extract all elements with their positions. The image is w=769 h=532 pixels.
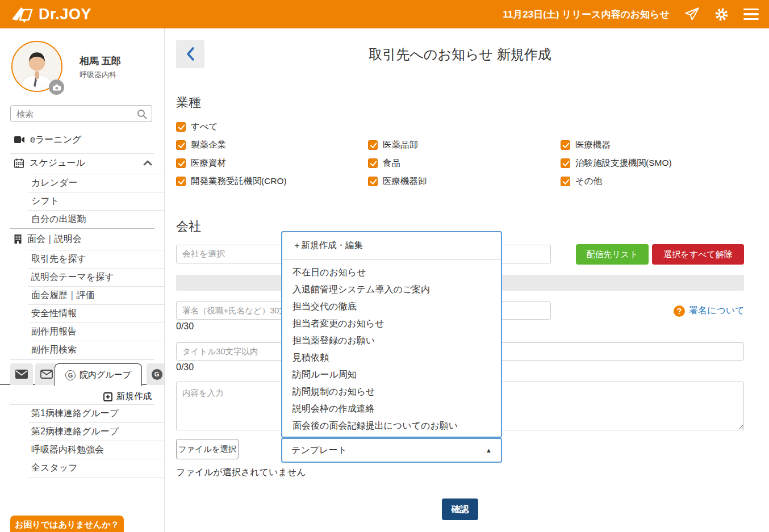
checkbox-checked-icon: [561, 158, 570, 168]
camera-icon[interactable]: [49, 79, 64, 95]
tab-mail-filled[interactable]: [10, 363, 33, 385]
group-label: 全スタッフ: [31, 462, 78, 474]
template-option[interactable]: 見積依頼: [282, 349, 501, 366]
industry-option-food[interactable]: 食品: [368, 157, 400, 169]
sidebar-subitem-side-effect-search[interactable]: 副作用検索: [0, 341, 165, 359]
template-option[interactable]: 担当交代の徹底: [282, 298, 501, 315]
sidebar-item-schedule[interactable]: スケジュール: [0, 154, 165, 171]
template-option[interactable]: 訪問ルール周知: [282, 366, 501, 383]
template-option[interactable]: 訪問規制のお知らせ: [282, 383, 501, 400]
sidebar-subitem-side-effect-report[interactable]: 副作用報告: [0, 323, 165, 341]
template-option[interactable]: 入退館管理システム導入のご案内: [282, 281, 501, 298]
video-icon: [14, 136, 24, 144]
industry-option-device-wholesale[interactable]: 医療機器卸: [368, 175, 427, 187]
mail-outline-icon: [40, 370, 53, 379]
checkbox-checked-icon: [176, 122, 186, 132]
checkbox-checked-icon: [368, 177, 378, 186]
send-icon[interactable]: [684, 7, 700, 22]
industry-option-cro[interactable]: 開発業務受託機関(CRO): [176, 175, 287, 187]
checkbox-checked-icon: [368, 140, 378, 150]
delivery-list-button[interactable]: 配信先リスト: [576, 244, 649, 265]
sidebar-item-label: 面会｜説明会: [27, 233, 82, 245]
logo: Dr.JOY: [10, 6, 91, 23]
sidebar-item-meeting[interactable]: 面会｜説明会: [0, 230, 165, 248]
confirm-button[interactable]: 確認: [442, 499, 478, 520]
checkbox-label: すべて: [191, 121, 218, 133]
clear-all-button[interactable]: 選択をすべて解除: [652, 244, 744, 265]
template-option[interactable]: 担当薬登録のお願い: [282, 332, 501, 349]
industry-option-all[interactable]: すべて: [176, 121, 218, 132]
checkbox-label: 開発業務受託機関(CRO): [191, 175, 287, 187]
divider: [10, 153, 154, 154]
subitem-label: 副作用検索: [31, 344, 77, 356]
sidebar-subitem-meeting-history[interactable]: 面会履歴｜評価: [0, 287, 165, 304]
template-option[interactable]: 不在日のお知らせ: [282, 264, 501, 281]
template-select-value: テンプレート: [291, 445, 347, 456]
group-label: 第1病棟連絡グループ: [31, 408, 119, 420]
industry-heading: 業種: [176, 94, 201, 111]
new-group-label: 新規作成: [116, 391, 152, 403]
checkbox-label: 食品: [383, 157, 400, 169]
plus-square-icon: [103, 392, 112, 401]
sidebar-subitem-find-partners[interactable]: 取引先を探す: [0, 250, 165, 268]
new-group-button[interactable]: 新規作成: [103, 391, 152, 403]
signature-help-link[interactable]: 署名について: [689, 305, 745, 317]
template-option[interactable]: 説明会枠の作成連絡: [282, 400, 501, 417]
search-icon[interactable]: [137, 109, 147, 122]
checkbox-checked-icon: [176, 140, 186, 150]
sidebar: 相馬 五郎 呼吸器内科 eラーニング: [0, 28, 165, 532]
settings-gear-icon[interactable]: [714, 7, 729, 22]
signature-help[interactable]: ? 署名について: [674, 305, 745, 317]
release-notice-link[interactable]: 11月23日(土) リリース内容のお知らせ: [503, 8, 670, 21]
sidebar-subitem-safety-info[interactable]: 安全性情報: [0, 305, 165, 322]
template-new-edit-item[interactable]: ＋新規作成・編集: [282, 232, 501, 259]
industry-option-smo[interactable]: 治験施設支援機関(SMO): [561, 157, 672, 169]
page-title: 取引先へのお知らせ 新規作成: [165, 45, 755, 64]
sidebar-item-label: スケジュール: [30, 157, 85, 169]
group-g-icon: G: [152, 369, 162, 380]
tab-hospital-group[interactable]: G 院内グループ: [55, 363, 142, 386]
triangle-up-icon: ▲: [486, 447, 492, 454]
file-select-button[interactable]: ファイルを選択: [176, 439, 239, 459]
search-input[interactable]: [11, 106, 152, 122]
group-circle-icon: G: [65, 370, 76, 380]
industry-option-medical-material[interactable]: 医療資材: [176, 157, 226, 169]
subitem-label: 安全性情報: [31, 308, 77, 320]
industry-option-medical-device[interactable]: 医療機器: [561, 139, 611, 150]
sidebar-subitem-attendance[interactable]: 自分の出退勤: [0, 211, 165, 228]
checkbox-checked-icon: [561, 140, 570, 150]
template-select[interactable]: テンプレート ▲: [281, 438, 502, 463]
search-box: [10, 105, 152, 122]
checkbox-label: 治験施設支援機関(SMO): [575, 157, 672, 169]
profile-name: 相馬 五郎: [80, 55, 121, 68]
tab-group-g[interactable]: G: [147, 363, 165, 385]
sidebar-subitem-shift[interactable]: シフト: [0, 192, 165, 210]
checkbox-label: その他: [575, 175, 602, 187]
header-actions: 11月23日(土) リリース内容のお知らせ: [503, 7, 759, 22]
checkbox-label: 製薬企業: [191, 139, 226, 151]
help-button[interactable]: お困りではありませんか？: [10, 516, 124, 532]
checkbox-checked-icon: [176, 177, 186, 186]
template-option[interactable]: 面会後の面会記録提出についてのお願い: [282, 417, 501, 434]
sidebar-subitem-find-seminar[interactable]: 説明会テーマを探す: [0, 269, 165, 286]
group-item-allstaff[interactable]: 全スタッフ: [0, 459, 165, 477]
industry-option-drug-wholesale[interactable]: 医薬品卸: [368, 139, 418, 150]
checkbox-checked-icon: [368, 158, 378, 168]
group-item-study[interactable]: 呼吸器内科勉強会: [0, 441, 165, 459]
group-item-ward2[interactable]: 第2病棟連絡グループ: [0, 423, 165, 441]
checkbox-label: 医薬品卸: [383, 139, 418, 151]
industry-option-other[interactable]: その他: [561, 175, 602, 187]
template-option[interactable]: 担当者変更のお知らせ: [282, 315, 501, 332]
divider: [10, 359, 154, 359]
sidebar-subitem-calendar[interactable]: カレンダー: [0, 174, 165, 192]
calendar-icon: [14, 158, 24, 168]
checkbox-label: 医療機器卸: [383, 175, 427, 187]
industry-option-pharma[interactable]: 製薬企業: [176, 139, 226, 150]
chevron-up-icon[interactable]: [143, 158, 152, 168]
sidebar-item-elearning[interactable]: eラーニング: [0, 131, 165, 149]
hamburger-menu-icon[interactable]: [743, 9, 759, 20]
profile-specialty: 呼吸器内科: [80, 70, 116, 80]
group-item-ward1[interactable]: 第1病棟連絡グループ: [0, 405, 165, 422]
building-icon: [14, 234, 22, 244]
subitem-label: シフト: [31, 195, 59, 207]
